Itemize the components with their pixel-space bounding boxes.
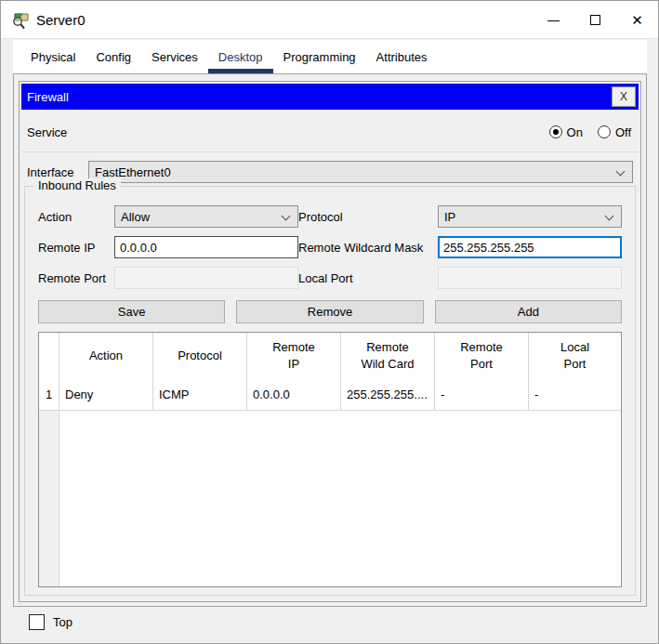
remote-wildcard-mask-label: Remote Wildcard Mask: [298, 241, 438, 255]
tab-attributes[interactable]: Attributes: [366, 40, 438, 73]
chevron-down-icon: [616, 167, 626, 177]
top-option: Top: [29, 614, 72, 630]
tab-programming[interactable]: Programming: [273, 40, 366, 73]
local-port-input: [438, 267, 622, 289]
remote-ip-column-header: Remote IP: [247, 333, 341, 379]
service-off-label: Off: [615, 125, 631, 139]
rules-table-body: [59, 411, 621, 586]
rules-table-header: Action Protocol Remote IP Remote Wild Ca…: [39, 333, 621, 379]
tab-physical[interactable]: Physical: [20, 40, 86, 73]
protocol-cell: ICMP: [153, 379, 247, 411]
row-number-header: [39, 333, 59, 379]
remote-port-cell: -: [435, 379, 529, 411]
rules-table: Action Protocol Remote IP Remote Wild Ca…: [38, 332, 622, 587]
tab-desktop[interactable]: Desktop: [208, 40, 273, 73]
remote-port-label: Remote Port: [38, 271, 114, 285]
maximize-button[interactable]: [574, 1, 616, 39]
local-port-cell: -: [529, 379, 621, 411]
local-port-column-header: Local Port: [529, 333, 621, 379]
maximize-icon: [590, 15, 600, 25]
remote-port-column-header: Remote Port: [435, 333, 529, 379]
server-window: Server0 — ✕ Physical Config Services Des…: [0, 0, 659, 644]
service-separator: [21, 151, 639, 152]
save-button[interactable]: Save: [38, 300, 225, 323]
table-row[interactable]: 1 Deny ICMP 0.0.0.0 255.255.255.... - -: [39, 379, 621, 411]
service-radio-group: On Off: [549, 125, 631, 139]
remote-port-input: [114, 267, 298, 289]
protocol-label: Protocol: [298, 210, 438, 224]
protocol-selected-value: IP: [444, 210, 455, 224]
remote-wildcard-cell: 255.255.255....: [341, 379, 435, 411]
remote-wildcard-mask-input[interactable]: [438, 236, 622, 258]
inbound-rules-legend: Inbound Rules: [33, 178, 121, 192]
action-column-header: Action: [59, 333, 153, 379]
close-button[interactable]: ✕: [616, 1, 658, 39]
remote-ip-input[interactable]: [114, 236, 298, 258]
inbound-rules-groupbox: Inbound Rules Action Allow Protocol IP: [24, 186, 636, 596]
action-label: Action: [38, 210, 114, 224]
tab-bar: Physical Config Services Desktop Program…: [13, 40, 647, 73]
radio-on-icon[interactable]: [549, 125, 562, 138]
service-off-option[interactable]: Off: [598, 125, 631, 139]
window-controls: — ✕: [533, 1, 658, 39]
action-selected-value: Allow: [121, 210, 150, 224]
interface-label: Interface: [27, 165, 81, 179]
local-port-label: Local Port: [298, 271, 438, 285]
service-label: Service: [27, 125, 67, 139]
firewall-close-button[interactable]: X: [612, 86, 636, 107]
firewall-app-title: Firewall: [21, 90, 69, 104]
remote-ip-cell: 0.0.0.0: [247, 379, 341, 411]
tab-config[interactable]: Config: [86, 40, 141, 73]
tab-services[interactable]: Services: [141, 40, 208, 73]
chevron-down-icon: [605, 212, 614, 221]
packet-tracer-device-icon: [11, 10, 31, 30]
inbound-rules-body: Action Allow Protocol IP Remote IP Remot: [38, 205, 622, 587]
remote-wildcard-column-header: Remote Wild Card: [341, 333, 435, 379]
protocol-select[interactable]: IP: [438, 205, 622, 228]
interface-select[interactable]: FastEthernet0: [88, 161, 633, 183]
rule-buttons: Save Remove Add: [38, 300, 622, 323]
rules-table-empty-area: [39, 411, 621, 586]
firewall-titlebar: Firewall X: [21, 84, 639, 110]
remove-button[interactable]: Remove: [236, 300, 423, 323]
service-on-option[interactable]: On: [549, 125, 583, 139]
service-row: Service On Off: [21, 112, 639, 151]
top-checkbox-label: Top: [53, 615, 72, 629]
chevron-down-icon: [282, 212, 291, 221]
action-cell: Deny: [59, 379, 153, 411]
desktop-tab-panel: Firewall X Service On Off: [13, 73, 647, 607]
minimize-icon: —: [547, 13, 560, 27]
titlebar: Server0 — ✕: [1, 1, 658, 39]
add-button[interactable]: Add: [435, 300, 622, 323]
top-checkbox[interactable]: [29, 614, 45, 630]
action-select[interactable]: Allow: [114, 205, 298, 228]
close-icon: ✕: [631, 12, 643, 29]
window-title: Server0: [36, 1, 86, 39]
service-on-label: On: [567, 125, 583, 139]
remote-ip-label: Remote IP: [38, 241, 114, 255]
radio-off-icon[interactable]: [598, 125, 611, 138]
rule-form: Action Allow Protocol IP Remote IP Remot: [38, 205, 622, 289]
row-number-cell: 1: [39, 379, 59, 411]
protocol-column-header: Protocol: [153, 333, 247, 379]
minimize-button[interactable]: —: [533, 1, 574, 39]
interface-selected-value: FastEthernet0: [95, 165, 171, 179]
firewall-app-frame: Firewall X Service On Off: [19, 81, 641, 602]
row-number-gutter: [39, 411, 59, 586]
